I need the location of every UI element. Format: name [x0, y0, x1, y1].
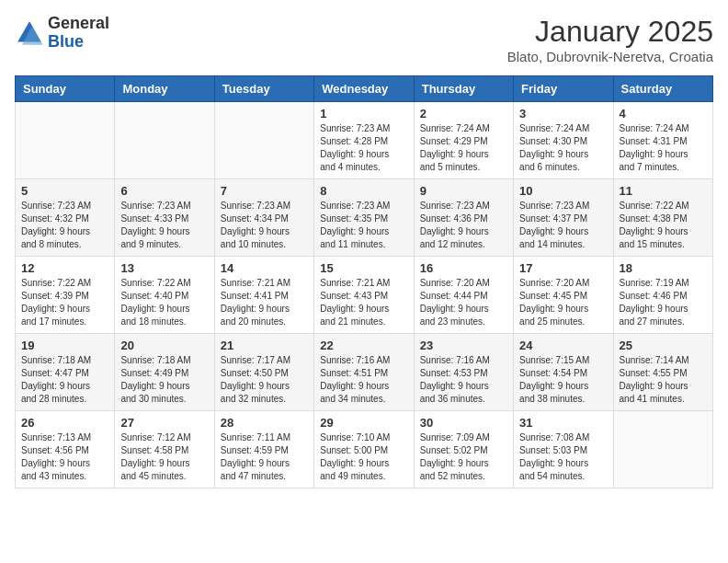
calendar-cell: 19Sunrise: 7:18 AM Sunset: 4:47 PM Dayli… — [16, 334, 115, 411]
weekday-header: Wednesday — [314, 76, 414, 102]
weekday-header: Tuesday — [214, 76, 313, 102]
weekday-header: Thursday — [414, 76, 513, 102]
day-number: 23 — [420, 339, 507, 352]
weekday-header-row: SundayMondayTuesdayWednesdayThursdayFrid… — [16, 76, 713, 102]
calendar-cell: 24Sunrise: 7:15 AM Sunset: 4:54 PM Dayli… — [514, 334, 613, 411]
calendar-cell: 31Sunrise: 7:08 AM Sunset: 5:03 PM Dayli… — [514, 411, 613, 488]
day-info: Sunrise: 7:19 AM Sunset: 4:46 PM Dayligh… — [620, 277, 707, 328]
calendar-cell — [115, 102, 214, 179]
day-info: Sunrise: 7:22 AM Sunset: 4:40 PM Dayligh… — [120, 277, 208, 328]
day-info: Sunrise: 7:14 AM Sunset: 4:55 PM Dayligh… — [620, 354, 707, 406]
day-info: Sunrise: 7:13 AM Sunset: 4:56 PM Dayligh… — [21, 431, 108, 483]
calendar-week-row: 12Sunrise: 7:22 AM Sunset: 4:39 PM Dayli… — [16, 257, 713, 334]
day-number: 18 — [620, 261, 707, 275]
calendar-cell: 20Sunrise: 7:18 AM Sunset: 4:49 PM Dayli… — [115, 334, 214, 411]
day-info: Sunrise: 7:12 AM Sunset: 4:58 PM Dayligh… — [120, 431, 208, 483]
calendar-cell: 11Sunrise: 7:22 AM Sunset: 4:38 PM Dayli… — [613, 179, 712, 257]
day-info: Sunrise: 7:21 AM Sunset: 4:41 PM Dayligh… — [221, 277, 308, 328]
calendar-cell: 26Sunrise: 7:13 AM Sunset: 4:56 PM Dayli… — [16, 411, 115, 488]
day-info: Sunrise: 7:16 AM Sunset: 4:53 PM Dayligh… — [420, 354, 507, 406]
calendar-cell: 9Sunrise: 7:23 AM Sunset: 4:36 PM Daylig… — [414, 179, 513, 257]
weekday-header: Friday — [514, 76, 613, 102]
day-number: 7 — [221, 184, 308, 198]
day-info: Sunrise: 7:23 AM Sunset: 4:32 PM Dayligh… — [21, 200, 108, 251]
calendar-cell: 15Sunrise: 7:21 AM Sunset: 4:43 PM Dayli… — [314, 257, 414, 334]
calendar-cell: 22Sunrise: 7:16 AM Sunset: 4:51 PM Dayli… — [314, 334, 414, 411]
calendar-week-row: 26Sunrise: 7:13 AM Sunset: 4:56 PM Dayli… — [16, 411, 713, 488]
day-number: 17 — [519, 261, 607, 275]
day-number: 15 — [320, 261, 407, 275]
logo-blue: Blue — [48, 32, 84, 51]
day-info: Sunrise: 7:24 AM Sunset: 4:31 PM Dayligh… — [620, 122, 707, 174]
calendar-week-row: 5Sunrise: 7:23 AM Sunset: 4:32 PM Daylig… — [16, 179, 713, 257]
calendar-cell: 16Sunrise: 7:20 AM Sunset: 4:44 PM Dayli… — [414, 257, 513, 334]
day-info: Sunrise: 7:23 AM Sunset: 4:34 PM Dayligh… — [221, 200, 308, 251]
day-info: Sunrise: 7:15 AM Sunset: 4:54 PM Dayligh… — [519, 354, 607, 406]
calendar-cell — [214, 102, 313, 179]
calendar-cell: 29Sunrise: 7:10 AM Sunset: 5:00 PM Dayli… — [314, 411, 414, 488]
day-number: 13 — [120, 261, 208, 275]
calendar-week-row: 1Sunrise: 7:23 AM Sunset: 4:28 PM Daylig… — [16, 102, 713, 179]
day-number: 19 — [21, 339, 108, 352]
calendar-cell: 1Sunrise: 7:23 AM Sunset: 4:28 PM Daylig… — [314, 102, 414, 179]
day-number: 20 — [120, 339, 208, 352]
day-number: 30 — [420, 416, 507, 430]
day-info: Sunrise: 7:09 AM Sunset: 5:02 PM Dayligh… — [420, 431, 507, 483]
day-number: 12 — [21, 261, 108, 275]
weekday-header: Sunday — [16, 76, 115, 102]
day-info: Sunrise: 7:23 AM Sunset: 4:35 PM Dayligh… — [320, 200, 407, 251]
day-number: 22 — [320, 339, 407, 352]
calendar-cell: 23Sunrise: 7:16 AM Sunset: 4:53 PM Dayli… — [414, 334, 513, 411]
day-number: 3 — [519, 107, 607, 121]
day-number: 21 — [221, 339, 308, 352]
day-info: Sunrise: 7:24 AM Sunset: 4:29 PM Dayligh… — [420, 122, 507, 174]
day-number: 1 — [320, 107, 407, 121]
title-block: January 2025 Blato, Dubrovnik-Neretva, C… — [507, 15, 713, 64]
day-number: 26 — [21, 416, 108, 430]
logo-general: General — [48, 14, 109, 32]
calendar-cell: 3Sunrise: 7:24 AM Sunset: 4:30 PM Daylig… — [514, 102, 613, 179]
day-info: Sunrise: 7:17 AM Sunset: 4:50 PM Dayligh… — [221, 354, 308, 406]
day-number: 28 — [221, 416, 308, 430]
day-info: Sunrise: 7:20 AM Sunset: 4:44 PM Dayligh… — [420, 277, 507, 328]
day-info: Sunrise: 7:21 AM Sunset: 4:43 PM Dayligh… — [320, 277, 407, 328]
day-number: 11 — [620, 184, 707, 198]
calendar-cell: 2Sunrise: 7:24 AM Sunset: 4:29 PM Daylig… — [414, 102, 513, 179]
logo-icon — [15, 18, 44, 48]
calendar-cell: 21Sunrise: 7:17 AM Sunset: 4:50 PM Dayli… — [214, 334, 313, 411]
day-number: 9 — [420, 184, 507, 198]
day-info: Sunrise: 7:22 AM Sunset: 4:39 PM Dayligh… — [21, 277, 108, 328]
calendar-cell: 7Sunrise: 7:23 AM Sunset: 4:34 PM Daylig… — [214, 179, 313, 257]
day-info: Sunrise: 7:18 AM Sunset: 4:47 PM Dayligh… — [21, 354, 108, 406]
calendar-cell: 6Sunrise: 7:23 AM Sunset: 4:33 PM Daylig… — [115, 179, 214, 257]
day-number: 24 — [519, 339, 607, 352]
calendar-cell: 27Sunrise: 7:12 AM Sunset: 4:58 PM Dayli… — [115, 411, 214, 488]
day-number: 8 — [320, 184, 407, 198]
day-number: 10 — [519, 184, 607, 198]
calendar-week-row: 19Sunrise: 7:18 AM Sunset: 4:47 PM Dayli… — [16, 334, 713, 411]
day-number: 29 — [320, 416, 407, 430]
page-header: General Blue January 2025 Blato, Dubrovn… — [15, 15, 713, 64]
weekday-header: Saturday — [613, 76, 712, 102]
day-info: Sunrise: 7:18 AM Sunset: 4:49 PM Dayligh… — [120, 354, 208, 406]
logo-text: General Blue — [48, 15, 109, 52]
calendar-cell: 17Sunrise: 7:20 AM Sunset: 4:45 PM Dayli… — [514, 257, 613, 334]
day-info: Sunrise: 7:22 AM Sunset: 4:38 PM Dayligh… — [620, 200, 707, 251]
day-number: 31 — [519, 416, 607, 430]
calendar-cell: 5Sunrise: 7:23 AM Sunset: 4:32 PM Daylig… — [16, 179, 115, 257]
day-info: Sunrise: 7:23 AM Sunset: 4:37 PM Dayligh… — [519, 200, 607, 251]
day-number: 14 — [221, 261, 308, 275]
calendar-cell: 4Sunrise: 7:24 AM Sunset: 4:31 PM Daylig… — [613, 102, 712, 179]
day-info: Sunrise: 7:23 AM Sunset: 4:28 PM Dayligh… — [320, 122, 407, 174]
day-info: Sunrise: 7:24 AM Sunset: 4:30 PM Dayligh… — [519, 122, 607, 174]
day-number: 25 — [620, 339, 707, 352]
month-title: January 2025 — [507, 15, 713, 49]
day-info: Sunrise: 7:11 AM Sunset: 4:59 PM Dayligh… — [221, 431, 308, 483]
calendar-cell: 14Sunrise: 7:21 AM Sunset: 4:41 PM Dayli… — [214, 257, 313, 334]
day-number: 2 — [420, 107, 507, 121]
calendar: SundayMondayTuesdayWednesdayThursdayFrid… — [15, 75, 713, 488]
day-number: 4 — [620, 107, 707, 121]
location-title: Blato, Dubrovnik-Neretva, Croatia — [507, 49, 713, 64]
day-number: 5 — [21, 184, 108, 198]
calendar-cell — [613, 411, 712, 488]
